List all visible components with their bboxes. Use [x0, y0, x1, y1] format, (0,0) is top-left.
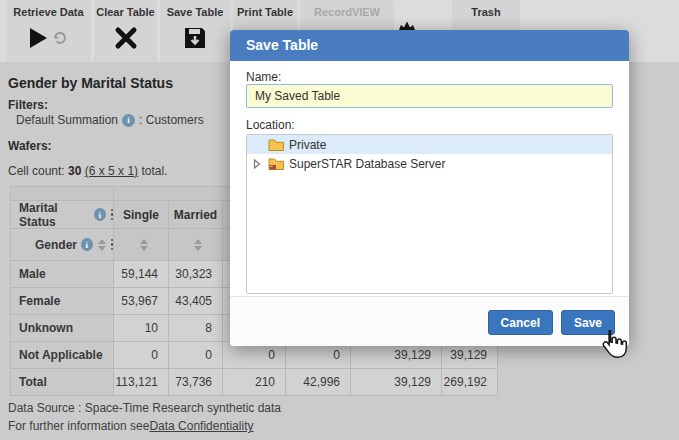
table-cell: 30,323 — [169, 261, 223, 288]
table-cell: 269,192 — [442, 369, 498, 396]
save-table-label: Save Table — [167, 6, 224, 18]
data-confidentiality-link[interactable]: Data Confidentiality — [149, 419, 253, 433]
row-label: Male — [11, 261, 114, 288]
name-label: Name: — [246, 70, 281, 84]
row-variable-cell[interactable]: Gender i — [11, 229, 114, 261]
sort-icon[interactable] — [140, 239, 148, 251]
table-cell: 39,129 — [442, 342, 498, 369]
filter-name: Default Summation — [16, 113, 118, 127]
data-source-note: Data Source : Space-Time Research synthe… — [8, 401, 281, 415]
sort-icon[interactable] — [98, 239, 106, 251]
menu-dots-icon[interactable] — [111, 209, 113, 220]
page-title: Gender by Marital Status — [8, 75, 173, 91]
cell-count: Cell count: 30 (6 x 5 x 1) total. — [8, 164, 167, 178]
menu-dots-icon[interactable] — [111, 239, 113, 250]
play-icon — [30, 28, 47, 48]
tree-item-label: SuperSTAR Database Server — [289, 157, 446, 171]
table-cell: 0 — [286, 342, 351, 369]
cancel-button[interactable]: Cancel — [488, 310, 553, 335]
name-input[interactable] — [246, 84, 613, 108]
trash-label: Trash — [471, 6, 500, 18]
refresh-icon — [52, 30, 68, 46]
cell-count-prefix: Cell count: — [8, 164, 68, 178]
save-table-dialog: Save Table Name: Location: Private Super… — [230, 30, 629, 346]
table-cell: 73,736 — [169, 369, 223, 396]
folder-icon — [268, 138, 284, 151]
location-tree: Private SuperSTAR Database Server — [246, 134, 613, 294]
column-variable-cell[interactable]: Marital Status i — [11, 201, 114, 229]
sort-icon[interactable] — [194, 239, 202, 251]
table-cell: 0 — [223, 342, 286, 369]
table-cell: 0 — [169, 342, 223, 369]
location-label: Location: — [246, 118, 295, 132]
retrieve-data-label: Retrieve Data — [13, 6, 83, 18]
tree-item-superstar-server[interactable]: SuperSTAR Database Server — [247, 154, 612, 173]
filter-item: Default Summation i : Customers — [16, 113, 204, 127]
table-cell: 39,129 — [351, 369, 442, 396]
hand-cursor — [596, 327, 630, 365]
row-label: Not Applicable — [11, 342, 114, 369]
table-cell: 43,405 — [169, 288, 223, 315]
info-icon[interactable]: i — [94, 208, 106, 221]
column-header[interactable]: Single — [114, 201, 169, 229]
clear-table-label: Clear Table — [96, 6, 155, 18]
dialog-title: Save Table — [230, 30, 629, 61]
table-row-total: Total 113,121 73,736 210 42,996 39,129 2… — [11, 369, 498, 396]
filters-label: Filters: — [8, 98, 48, 112]
table-cell: 53,967 — [114, 288, 169, 315]
cell-count-value: 30 — [68, 164, 81, 178]
save-floppy-icon — [183, 26, 207, 50]
table-row: Not Applicable 0 0 0 0 39,129 39,129 — [11, 342, 498, 369]
column-header[interactable]: Married — [169, 201, 223, 229]
info-icon[interactable]: i — [81, 238, 93, 251]
table-cell: 210 — [223, 369, 286, 396]
info-icon[interactable]: i — [122, 114, 135, 127]
table-cell: 59,144 — [114, 261, 169, 288]
table-cell: 42,996 — [286, 369, 351, 396]
column-variable-label: Marital Status — [19, 201, 90, 229]
print-table-label: Print Table — [237, 6, 293, 18]
wafers-label: Wafers: — [8, 139, 52, 153]
gear-icon[interactable] — [396, 18, 422, 30]
confidentiality-note: For further information seeData Confiden… — [8, 419, 253, 433]
filter-value: : Customers — [139, 113, 204, 127]
confidentiality-prefix: For further information see — [8, 419, 149, 433]
clear-table-button[interactable]: Clear Table — [94, 0, 157, 62]
expand-caret-icon[interactable] — [253, 159, 261, 169]
tree-item-private[interactable]: Private — [247, 135, 612, 154]
row-label: Female — [11, 288, 114, 315]
table-cell: 0 — [114, 342, 169, 369]
database-folder-icon — [268, 157, 284, 170]
tree-item-label: Private — [289, 138, 326, 152]
row-label: Unknown — [11, 315, 114, 342]
cell-count-link[interactable]: (6 x 5 x 1) — [85, 164, 138, 178]
table-cell: 113,121 — [114, 369, 169, 396]
recordview-label: RecordVIEW — [314, 6, 380, 18]
clear-x-icon — [114, 26, 138, 50]
table-cell: 8 — [169, 315, 223, 342]
dialog-footer: Cancel Save — [230, 296, 629, 346]
row-label: Total — [11, 369, 114, 396]
table-cell: 10 — [114, 315, 169, 342]
retrieve-data-button[interactable]: Retrieve Data — [6, 0, 91, 62]
save-table-button[interactable]: Save Table — [160, 0, 230, 62]
table-cell: 39,129 — [351, 342, 442, 369]
row-variable-label: Gender — [35, 238, 77, 252]
cell-count-suffix: total. — [138, 164, 167, 178]
